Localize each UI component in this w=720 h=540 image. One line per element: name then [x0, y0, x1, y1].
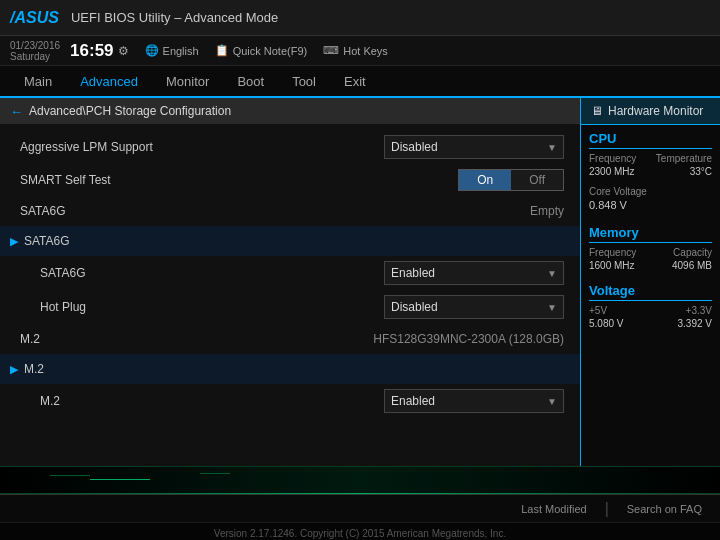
v33-value: 3.392 V [678, 318, 712, 329]
nav-main[interactable]: Main [10, 65, 66, 97]
m2-sub-label: M.2 [40, 394, 384, 408]
breadcrumb: ← Advanced\PCH Storage Configuration [0, 98, 580, 124]
smart-self-test-row: SMART Self Test On Off [0, 164, 580, 196]
m2-section[interactable]: ▶ M.2 [0, 354, 580, 384]
cpu-temp-label: Temperature [656, 153, 712, 164]
mem-freq-cap-labels: Frequency Capacity [589, 247, 712, 258]
cpu-freq-temp-labels: Frequency Temperature [589, 153, 712, 164]
nav-advanced[interactable]: Advanced [66, 66, 152, 98]
smart-self-test-label: SMART Self Test [20, 173, 458, 187]
cpu-freq-label: Frequency [589, 153, 636, 164]
hotkeys-button[interactable]: ⌨ Hot Keys [323, 44, 388, 57]
header-title: UEFI BIOS Utility – Advanced Mode [71, 10, 278, 25]
main-layout: ← Advanced\PCH Storage Configuration Agg… [0, 98, 720, 466]
day-display: Saturday [10, 51, 60, 62]
voltage-section: Voltage +5V +3.3V 5.080 V 3.392 V [581, 277, 720, 335]
m2-sub-value: Enabled [391, 394, 435, 408]
hotplug-dropdown[interactable]: Disabled ▼ [384, 295, 564, 319]
settings-list: Aggressive LPM Support Disabled ▼ SMART … [0, 124, 580, 424]
datetime-display: 01/23/2016 Saturday 16:59 ⚙ [10, 40, 129, 62]
nav-bar: Main Advanced Monitor Boot Tool Exit [0, 66, 720, 98]
hw-monitor-title: 🖥 Hardware Monitor [581, 98, 720, 125]
asus-logo: /ASUS [10, 9, 59, 27]
volt-values: 5.080 V 3.392 V [589, 318, 712, 329]
v5-label: +5V [589, 305, 607, 316]
cpu-temp-value: 33°C [690, 166, 712, 177]
nav-boot[interactable]: Boot [223, 65, 278, 97]
mem-cap-label: Capacity [673, 247, 712, 258]
nav-monitor[interactable]: Monitor [152, 65, 223, 97]
aggressive-lpm-label: Aggressive LPM Support [20, 140, 384, 154]
v33-label: +3.3V [686, 305, 712, 316]
sata6g-sub-row: SATA6G Enabled ▼ [0, 256, 580, 290]
m2-section-label: M.2 [24, 362, 564, 376]
aggressive-lpm-dropdown[interactable]: Disabled ▼ [384, 135, 564, 159]
m2-section-expand-icon: ▶ [10, 363, 18, 376]
m2-sub-row: M.2 Enabled ▼ [0, 384, 580, 418]
info-bar: 01/23/2016 Saturday 16:59 ⚙ 🌐 English 📋 … [0, 36, 720, 66]
cpu-section: CPU Frequency Temperature 2300 MHz 33°C … [581, 125, 720, 219]
decoration-bar [0, 466, 720, 494]
smart-on-button[interactable]: On [459, 170, 511, 190]
breadcrumb-text: Advanced\PCH Storage Configuration [29, 104, 231, 118]
cpu-freq-value: 2300 MHz [589, 166, 635, 177]
dropdown-arrow-icon-4: ▼ [547, 396, 557, 407]
dropdown-arrow-icon-3: ▼ [547, 302, 557, 313]
sata6g-section-label: SATA6G [24, 234, 564, 248]
m2-info-value: HFS128G39MNC-2300A (128.0GB) [373, 332, 564, 346]
mem-cap-value: 4096 MB [672, 260, 712, 271]
header-bar: /ASUS UEFI BIOS Utility – Advanced Mode [0, 0, 720, 36]
volt-labels: +5V +3.3V [589, 305, 712, 316]
hw-monitor-label: Hardware Monitor [608, 104, 703, 118]
last-modified-button[interactable]: Last Modified [513, 501, 594, 517]
section-expand-icon: ▶ [10, 235, 18, 248]
dropdown-arrow-icon: ▼ [547, 142, 557, 153]
memory-section-title: Memory [589, 225, 712, 243]
cpu-voltage-value: 0.848 V [589, 199, 712, 211]
sata6g-empty-row: SATA6G Empty [0, 196, 580, 226]
dropdown-arrow-icon-2: ▼ [547, 268, 557, 279]
m2-info-label: M.2 [20, 332, 373, 346]
quicknote-icon: 📋 [215, 44, 229, 57]
sata6g-sub-dropdown[interactable]: Enabled ▼ [384, 261, 564, 285]
quicknote-button[interactable]: 📋 Quick Note(F9) [215, 44, 308, 57]
mem-freq-cap-values: 1600 MHz 4096 MB [589, 260, 712, 271]
sata6g-sub-label: SATA6G [40, 266, 384, 280]
hotplug-label: Hot Plug [40, 300, 384, 314]
date-display: 01/23/2016 [10, 40, 60, 51]
aggressive-lpm-row: Aggressive LPM Support Disabled ▼ [0, 130, 580, 164]
bottom-bar: Last Modified | Search on FAQ [0, 494, 720, 522]
footer-text: Version 2.17.1246. Copyright (C) 2015 Am… [214, 528, 506, 539]
hotkeys-icon: ⌨ [323, 44, 339, 57]
language-label: English [163, 45, 199, 57]
aggressive-lpm-value: Disabled [391, 140, 438, 154]
voltage-section-title: Voltage [589, 283, 712, 301]
v5-value: 5.080 V [589, 318, 623, 329]
hotplug-value: Disabled [391, 300, 438, 314]
footer: Version 2.17.1246. Copyright (C) 2015 Am… [0, 522, 720, 540]
quicknote-label: Quick Note(F9) [233, 45, 308, 57]
sata6g-empty-value: Empty [530, 204, 564, 218]
sata6g-section[interactable]: ▶ SATA6G [0, 226, 580, 256]
monitor-icon: 🖥 [591, 104, 603, 118]
back-arrow-icon[interactable]: ← [10, 104, 23, 119]
mem-freq-label: Frequency [589, 247, 636, 258]
language-icon: 🌐 [145, 44, 159, 57]
nav-tool[interactable]: Tool [278, 65, 330, 97]
language-selector[interactable]: 🌐 English [145, 44, 199, 57]
m2-sub-dropdown[interactable]: Enabled ▼ [384, 389, 564, 413]
smart-toggle-group: On Off [458, 169, 564, 191]
hotplug-row: Hot Plug Disabled ▼ [0, 290, 580, 324]
cpu-voltage-label: Core Voltage [589, 186, 647, 197]
search-faq-button[interactable]: Search on FAQ [619, 501, 710, 517]
gear-icon: ⚙ [118, 44, 129, 58]
nav-exit[interactable]: Exit [330, 65, 380, 97]
m2-info-row: M.2 HFS128G39MNC-2300A (128.0GB) [0, 324, 580, 354]
cpu-freq-temp-values: 2300 MHz 33°C [589, 166, 712, 177]
sata6g-label: SATA6G [20, 204, 530, 218]
hw-monitor-panel: 🖥 Hardware Monitor CPU Frequency Tempera… [580, 98, 720, 466]
sata6g-sub-value: Enabled [391, 266, 435, 280]
mem-freq-value: 1600 MHz [589, 260, 635, 271]
bottom-divider: | [605, 500, 609, 518]
smart-off-button[interactable]: Off [511, 170, 563, 190]
